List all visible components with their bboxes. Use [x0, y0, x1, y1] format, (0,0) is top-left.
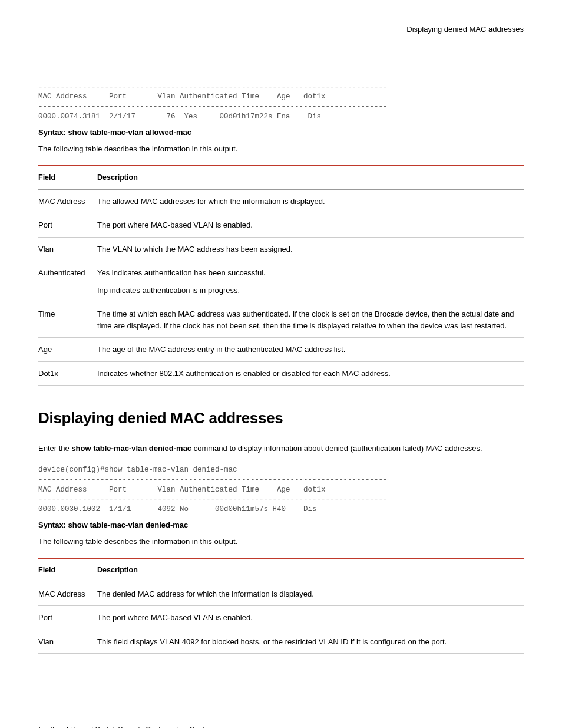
para2-b: command to display information about den…	[191, 444, 482, 453]
desc-cell: The port where MAC-based VLAN is enabled…	[97, 213, 524, 238]
field-cell: Authenticated	[38, 261, 97, 302]
desc-cell: The port where MAC-based VLAN is enabled…	[97, 606, 524, 630]
desc-text: The VLAN to which the MAC address has be…	[97, 243, 520, 255]
page-header-title: Displaying denied MAC addresses	[38, 24, 524, 35]
intro-denied: The following table describes the inform…	[38, 536, 524, 548]
table-row: AgeThe age of the MAC address entry in t…	[38, 338, 524, 362]
footer-doc-title: FastIron Ethernet Switch Security Config…	[38, 724, 208, 728]
desc-cell: The age of the MAC address entry in the …	[97, 338, 524, 362]
desc-cell: The denied MAC address for which the inf…	[97, 582, 524, 606]
table-row: PortThe port where MAC-based VLAN is ena…	[38, 213, 524, 238]
table-row: VlanThis field displays VLAN 4092 for bl…	[38, 630, 524, 654]
field-cell: MAC Address	[38, 189, 97, 213]
desc-text: Inp indicates authentication is in progr…	[97, 285, 520, 297]
field-cell: Port	[38, 606, 97, 630]
th-field: Field	[38, 166, 97, 189]
table-row: MAC AddressThe denied MAC address for wh…	[38, 582, 524, 606]
desc-text: This field displays VLAN 4092 for blocke…	[97, 636, 520, 648]
desc-cell: This field displays VLAN 4092 for blocke…	[97, 630, 524, 654]
section-heading-denied: Displaying denied MAC addresses	[38, 407, 524, 430]
th-desc: Description	[97, 166, 524, 189]
desc-text: Indicates whether 802.1X authentication …	[97, 368, 520, 380]
desc-text: The age of the MAC address entry in the …	[97, 344, 520, 355]
field-cell: Time	[38, 302, 97, 338]
table-denied-fields: Field Description MAC AddressThe denied …	[38, 558, 524, 654]
table-row: Dot1xIndicates whether 802.1X authentica…	[38, 361, 524, 386]
para2-bold: show table-mac-vlan denied-mac	[71, 444, 191, 453]
desc-text: Yes indicates authentication has been su…	[97, 267, 520, 279]
para2-a: Enter the	[38, 444, 71, 453]
desc-text: The denied MAC address for which the inf…	[97, 588, 520, 600]
intro-allowed: The following table describes the inform…	[38, 143, 524, 155]
page-footer: FastIron Ethernet Switch Security Config…	[38, 724, 524, 728]
desc-cell: The VLAN to which the MAC address has be…	[97, 237, 524, 261]
th-desc: Description	[97, 558, 524, 582]
desc-text: The port where MAC-based VLAN is enabled…	[97, 219, 520, 231]
syntax-denied: Syntax: show table-mac-vlan denied-mac	[38, 519, 524, 531]
desc-cell: Yes indicates authentication has been su…	[97, 261, 524, 302]
table-allowed-fields: Field Description MAC AddressThe allowed…	[38, 165, 524, 386]
cli-output-allowed: ----------------------------------------…	[38, 83, 524, 123]
table-row: PortThe port where MAC-based VLAN is ena…	[38, 606, 524, 630]
desc-text: The time at which each MAC address was a…	[97, 308, 520, 331]
cli-output-denied: device(config)#show table-mac-vlan denie…	[38, 465, 524, 515]
desc-cell: The allowed MAC addresses for which the …	[97, 189, 524, 213]
intro-denied-command: Enter the show table-mac-vlan denied-mac…	[38, 443, 524, 454]
table-row: TimeThe time at which each MAC address w…	[38, 302, 524, 338]
syntax-allowed: Syntax: show table-mac-vlan allowed-mac	[38, 127, 524, 139]
field-cell: Vlan	[38, 237, 97, 261]
desc-text: The allowed MAC addresses for which the …	[97, 196, 520, 207]
field-cell: Port	[38, 213, 97, 238]
field-cell: Dot1x	[38, 361, 97, 386]
table-row: MAC AddressThe allowed MAC addresses for…	[38, 189, 524, 213]
desc-cell: Indicates whether 802.1X authentication …	[97, 361, 524, 386]
th-field: Field	[38, 558, 97, 582]
field-cell: Vlan	[38, 630, 97, 654]
field-cell: MAC Address	[38, 582, 97, 606]
desc-cell: The time at which each MAC address was a…	[97, 302, 524, 338]
field-cell: Age	[38, 338, 97, 362]
table-row: AuthenticatedYes indicates authenticatio…	[38, 261, 524, 302]
desc-text: The port where MAC-based VLAN is enabled…	[97, 612, 520, 624]
table-row: VlanThe VLAN to which the MAC address ha…	[38, 237, 524, 261]
